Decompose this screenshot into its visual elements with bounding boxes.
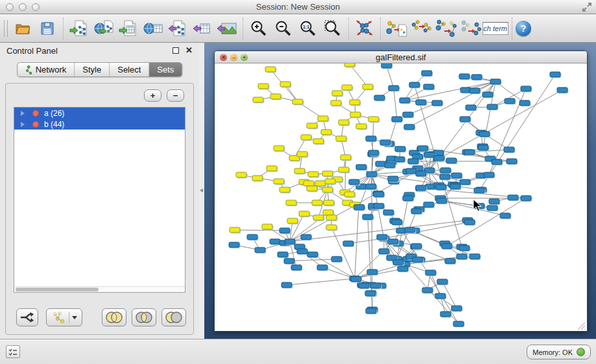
graph-node[interactable] xyxy=(519,100,530,106)
collapse-panel-icon[interactable] xyxy=(199,188,204,194)
graph-node[interactable] xyxy=(318,116,328,121)
graph-node[interactable] xyxy=(424,152,435,157)
graph-node[interactable] xyxy=(230,227,240,233)
float-panel-button[interactable] xyxy=(173,47,179,54)
dropdown-caret-icon[interactable] xyxy=(72,316,77,319)
graph-node[interactable] xyxy=(464,150,475,155)
graph-node[interactable] xyxy=(363,214,373,220)
graph-node[interactable] xyxy=(286,200,296,205)
graph-edge[interactable] xyxy=(355,269,403,279)
graph-node[interactable] xyxy=(479,131,490,137)
import-network-file-icon[interactable] xyxy=(68,17,90,40)
tab-style[interactable]: Style xyxy=(75,63,110,76)
memory-status-button[interactable]: Memory: OK xyxy=(527,345,591,359)
graph-node[interactable] xyxy=(392,117,402,122)
graph-node[interactable] xyxy=(383,210,394,215)
graph-node[interactable] xyxy=(409,82,420,87)
graph-node[interactable] xyxy=(388,176,398,181)
graph-node[interactable] xyxy=(436,185,446,190)
graph-node[interactable] xyxy=(470,88,480,93)
tab-network[interactable]: Network xyxy=(18,63,75,76)
graph-node[interactable] xyxy=(356,124,366,129)
graph-node[interactable] xyxy=(370,283,381,288)
graph-node[interactable] xyxy=(411,244,422,249)
graph-node[interactable] xyxy=(287,218,298,223)
network-from-selection-icon[interactable] xyxy=(410,17,432,40)
graph-node[interactable] xyxy=(366,136,376,141)
merge-networks-icon[interactable] xyxy=(435,17,457,40)
graph-node[interactable] xyxy=(342,85,352,90)
graph-node[interactable] xyxy=(423,84,434,89)
graph-node[interactable] xyxy=(350,100,360,105)
graph-node[interactable] xyxy=(459,74,470,79)
graph-node[interactable] xyxy=(446,158,457,163)
graph-node[interactable] xyxy=(385,163,395,168)
graph-node[interactable] xyxy=(270,94,281,99)
fullscreen-icon[interactable] xyxy=(582,2,592,12)
graph-node[interactable] xyxy=(492,159,502,165)
graph-node[interactable] xyxy=(265,67,276,72)
network-window-titlebar[interactable]: ✕ – + galFiltered.sif xyxy=(215,51,587,63)
import-table-file-icon[interactable] xyxy=(117,17,139,40)
graph-node[interactable] xyxy=(301,234,311,240)
graph-node[interactable] xyxy=(356,165,366,170)
graph-node[interactable] xyxy=(368,117,379,122)
graph-node[interactable] xyxy=(307,123,317,128)
graph-node[interactable] xyxy=(412,257,423,262)
graph-node[interactable] xyxy=(451,306,462,311)
import-network-url-icon[interactable] xyxy=(93,17,115,40)
import-table-url-icon[interactable] xyxy=(142,17,164,40)
graph-node[interactable] xyxy=(450,184,460,189)
scrollbar-thumb[interactable] xyxy=(16,288,99,291)
disclosure-triangle-icon[interactable] xyxy=(21,122,25,127)
graph-edge[interactable] xyxy=(289,259,337,261)
graph-edge[interactable] xyxy=(372,174,372,310)
graph-node[interactable] xyxy=(317,265,328,270)
graph-node[interactable] xyxy=(457,254,467,259)
graph-node[interactable] xyxy=(459,245,470,251)
graph-node[interactable] xyxy=(294,168,305,174)
graph-node[interactable] xyxy=(403,196,413,201)
apply-preferred-layout-icon[interactable] xyxy=(353,17,375,40)
graph-node[interactable] xyxy=(307,186,317,191)
graph-edge[interactable] xyxy=(447,198,526,246)
graph-node[interactable] xyxy=(229,242,239,247)
graph-node[interactable] xyxy=(451,173,462,178)
zoom-in-icon[interactable] xyxy=(248,17,270,40)
remove-set-button[interactable]: − xyxy=(167,89,184,102)
graph-node[interactable] xyxy=(478,145,488,150)
graph-node[interactable] xyxy=(366,308,376,313)
graph-node[interactable] xyxy=(332,91,342,96)
graph-node[interactable] xyxy=(301,135,311,140)
search-input[interactable]: ch term xyxy=(483,22,508,35)
graph-node[interactable] xyxy=(388,239,398,244)
graph-node[interactable] xyxy=(422,288,433,293)
graph-node[interactable] xyxy=(304,181,314,186)
graph-node[interactable] xyxy=(483,92,493,97)
graph-node[interactable] xyxy=(445,258,455,264)
graph-node[interactable] xyxy=(422,71,432,76)
graph-node[interactable] xyxy=(434,155,444,161)
zoom-fit-content-icon[interactable] xyxy=(322,17,344,40)
graph-node[interactable] xyxy=(440,168,451,173)
graph-node[interactable] xyxy=(416,185,426,190)
network-graph[interactable] xyxy=(215,63,587,332)
graph-node[interactable] xyxy=(425,270,436,275)
graph-node[interactable] xyxy=(436,198,447,203)
graph-node[interactable] xyxy=(255,247,265,253)
graph-node[interactable] xyxy=(280,187,290,192)
graph-node[interactable] xyxy=(247,234,257,240)
graph-node[interactable] xyxy=(411,209,422,214)
graph-node[interactable] xyxy=(321,130,331,135)
graph-edge[interactable] xyxy=(287,279,355,285)
graph-node[interactable] xyxy=(505,98,515,104)
graph-node[interactable] xyxy=(440,312,451,317)
graph-node[interactable] xyxy=(315,181,326,186)
zoom-out-icon[interactable] xyxy=(272,17,294,40)
graph-node[interactable] xyxy=(490,79,501,84)
graph-node[interactable] xyxy=(521,86,531,91)
difference-sets-button[interactable] xyxy=(161,308,186,326)
graph-node[interactable] xyxy=(324,200,334,205)
graph-node[interactable] xyxy=(253,97,263,102)
graph-node[interactable] xyxy=(351,277,361,282)
